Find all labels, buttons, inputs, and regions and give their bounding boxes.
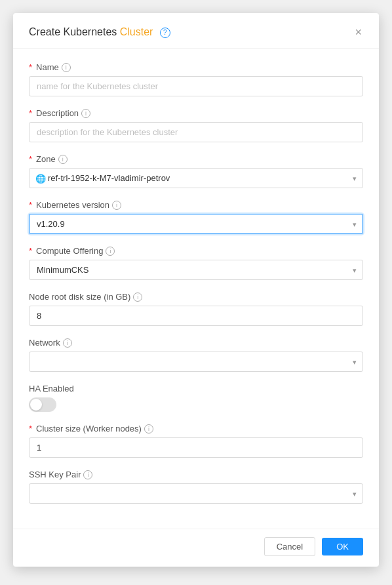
kubernetes-version-select-wrapper: v1.20.9 ▾ [29,214,363,234]
network-field: Network i ▾ [29,338,363,372]
ha-enabled-toggle-container [29,397,363,412]
cluster-size-label: * Cluster size (Worker nodes) i [29,424,363,434]
name-label-text: Name [36,62,59,72]
description-field: * Description i [29,108,363,142]
cluster-size-input[interactable] [29,437,363,458]
description-label: * Description i [29,108,363,118]
cluster-size-required-star: * [29,424,32,434]
zone-select-wrapper: 🌐 ref-trl-1952-k-M7-vladimir-petrov ▾ [29,168,363,188]
kubernetes-version-field: * Kubernetes version i v1.20.9 ▾ [29,200,363,234]
compute-offering-required-star: * [29,246,32,256]
description-required-star: * [29,108,32,118]
zone-select[interactable]: ref-trl-1952-k-M7-vladimir-petrov [29,168,363,188]
compute-offering-label: * Compute Offering i [29,246,363,256]
description-label-text: Description [36,108,79,118]
description-input[interactable] [29,122,363,142]
dialog-title: Create Kubernetes Cluster ? [29,26,170,38]
ssh-key-pair-field: SSH Key Pair i ▾ [29,470,363,504]
dialog-close-button[interactable]: × [353,25,363,39]
ssh-key-pair-select[interactable] [29,483,363,504]
dialog-footer: Cancel OK [13,529,379,567]
kubernetes-version-required-star: * [29,200,32,210]
dialog-help-icon[interactable]: ? [160,28,170,38]
zone-label-text: Zone [36,154,56,164]
network-select[interactable] [29,352,363,372]
network-label: Network i [29,338,363,348]
dialog-body: * Name i * Description i * Zone i 🌐 [13,49,379,529]
zone-label: * Zone i [29,154,363,164]
cluster-size-field: * Cluster size (Worker nodes) i [29,424,363,458]
dialog-header: Create Kubernetes Cluster ? × [13,13,379,49]
network-info-icon[interactable]: i [63,338,72,348]
network-select-wrapper: ▾ [29,352,363,372]
ha-enabled-toggle-knob [30,399,42,411]
ha-enabled-field: HA Enabled [29,384,363,412]
name-field: * Name i [29,62,363,96]
node-disk-size-info-icon[interactable]: i [133,292,142,302]
name-required-star: * [29,62,32,72]
cancel-button[interactable]: Cancel [264,537,315,556]
network-label-text: Network [29,338,60,348]
description-info-icon[interactable]: i [81,109,90,118]
node-disk-size-label-text: Node root disk size (in GB) [29,292,130,302]
title-text-part1: Create Kubernetes [29,26,120,37]
kubernetes-version-label-text: Kubernetes version [36,200,109,210]
name-label: * Name i [29,62,363,72]
compute-offering-field: * Compute Offering i MinimumCKS ▾ [29,246,363,280]
zone-info-icon[interactable]: i [58,155,68,164]
ssh-key-pair-select-wrapper: ▾ [29,483,363,504]
node-disk-size-label: Node root disk size (in GB) i [29,292,363,302]
compute-offering-select[interactable]: MinimumCKS [29,260,363,280]
ha-enabled-label-text: HA Enabled [29,384,74,393]
name-info-icon[interactable]: i [62,63,71,72]
kubernetes-version-label: * Kubernetes version i [29,200,363,210]
compute-offering-info-icon[interactable]: i [106,247,115,256]
zone-required-star: * [29,154,32,164]
title-text-part2: Cluster [120,26,153,37]
ssh-key-pair-label: SSH Key Pair i [29,470,363,479]
zone-field: * Zone i 🌐 ref-trl-1952-k-M7-vladimir-pe… [29,154,363,188]
ha-enabled-label: HA Enabled [29,384,363,393]
cluster-size-label-text: Cluster size (Worker nodes) [36,424,142,434]
ssh-key-pair-info-icon[interactable]: i [83,470,92,479]
cluster-size-info-icon[interactable]: i [144,424,153,434]
create-kubernetes-cluster-dialog: Create Kubernetes Cluster ? × * Name i *… [13,13,379,567]
node-disk-size-field: Node root disk size (in GB) i [29,292,363,326]
compute-offering-select-wrapper: MinimumCKS ▾ [29,260,363,280]
kubernetes-version-info-icon[interactable]: i [112,201,121,210]
ha-enabled-toggle[interactable] [29,397,56,412]
node-disk-size-input[interactable] [29,306,363,326]
kubernetes-version-select[interactable]: v1.20.9 [29,214,363,234]
ssh-key-pair-label-text: SSH Key Pair [29,470,81,479]
ok-button[interactable]: OK [322,538,363,555]
compute-offering-label-text: Compute Offering [36,246,103,256]
name-input[interactable] [29,76,363,96]
